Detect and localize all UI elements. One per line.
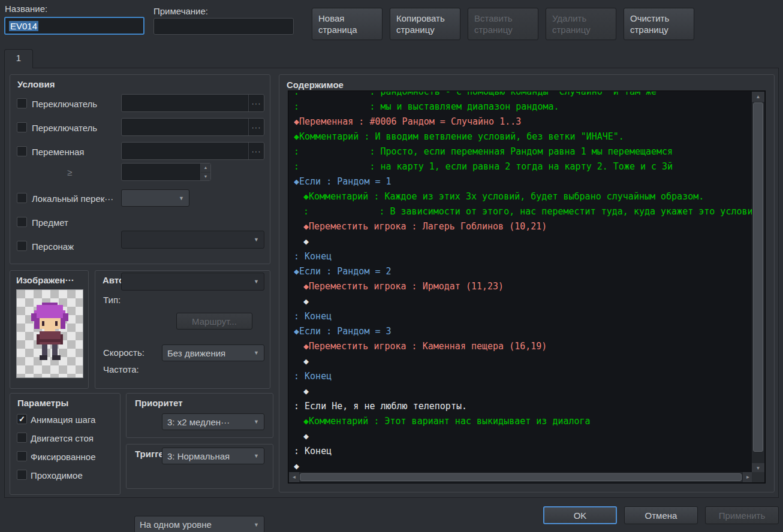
clear-page-button[interactable]: Очистить страницу	[624, 8, 694, 40]
event-command-line[interactable]: : Конец	[289, 249, 753, 264]
copy-page-label: Копировать страницу	[396, 13, 454, 35]
ok-label: OK	[574, 510, 587, 521]
movement-freq-value: 3: Нормальная	[167, 451, 250, 461]
variable-label[interactable]: Переменная	[32, 147, 85, 157]
vertical-scrollbar-thumb[interactable]	[753, 102, 763, 452]
event-command-line[interactable]: ◆Переменная : #0006 Рандом = Случайно 1.…	[289, 114, 753, 129]
horizontal-scrollbar[interactable]: ◄ ►	[289, 472, 753, 482]
name-input[interactable]: EV014	[4, 17, 144, 35]
event-command-list-frame: : : рандомность - с помощью команды "Слу…	[288, 90, 766, 483]
priority-dropdown[interactable]: На одном уровне ▼	[134, 516, 264, 532]
dropdown-arrow-icon: ▼	[179, 195, 184, 201]
page-tab-1[interactable]: 1	[4, 49, 33, 68]
item-dropdown[interactable]: ▼	[121, 231, 264, 249]
event-command-line[interactable]: : Конец	[289, 309, 753, 324]
event-command-line[interactable]: ◆	[289, 234, 753, 249]
switch2-label[interactable]: Переключатель	[32, 123, 97, 133]
self-switch-checkbox[interactable]	[17, 193, 27, 203]
variable-browse-button[interactable]: ···	[248, 143, 264, 159]
movement-type-dropdown[interactable]: Без движения ▼	[162, 344, 264, 361]
cancel-button[interactable]: Отмена	[624, 506, 698, 524]
switch1-label[interactable]: Переключатель	[32, 99, 97, 109]
scrollbar-corner	[752, 472, 764, 482]
event-command-line[interactable]: : : В зависимости от этого, нас перемест…	[289, 204, 753, 219]
ellipsis-icon: ···	[252, 147, 261, 156]
movement-speed-label: Скорость:	[103, 347, 144, 358]
scroll-up-button[interactable]: ▲	[752, 92, 764, 102]
delete-page-label: Удалить страницу	[552, 13, 610, 35]
variable-field[interactable]: ···	[121, 142, 264, 160]
apply-label: Применить	[719, 510, 766, 521]
option-walking-anim-checkbox[interactable]: ✓	[17, 414, 27, 424]
event-command-line[interactable]: : : рандомность - с помощью команды "Слу…	[289, 92, 753, 99]
event-command-line[interactable]: : : на карту 1, если равна 2 тогда на ка…	[289, 159, 753, 174]
switch2-browse-button[interactable]: ···	[248, 119, 264, 135]
note-label: Примечание:	[153, 6, 208, 16]
actor-dropdown[interactable]: ▼	[121, 273, 264, 291]
event-command-line[interactable]: ◆Если : Рандом = 1	[289, 174, 753, 189]
option-stepping-checkbox[interactable]	[17, 433, 27, 443]
spin-up-icon[interactable]: ▲	[201, 164, 210, 173]
spin-down-icon[interactable]: ▼	[201, 173, 210, 181]
option-fixed-label[interactable]: Фиксированное	[31, 452, 95, 462]
event-command-line[interactable]: ◆	[289, 384, 753, 399]
movement-speed-dropdown[interactable]: 3: x2 медлен··· ▼	[162, 413, 264, 430]
paste-page-button: Вставить страницу	[468, 8, 538, 40]
option-fixed-checkbox[interactable]	[17, 451, 27, 461]
event-command-line[interactable]: ◆	[289, 459, 753, 473]
self-switch-dropdown[interactable]: ▼	[121, 189, 189, 207]
scroll-left-button[interactable]: ◄	[289, 472, 299, 482]
event-command-line[interactable]: : Конец	[289, 444, 753, 459]
movement-freq-dropdown[interactable]: 3: Нормальная ▼	[162, 448, 264, 464]
note-input[interactable]	[153, 18, 294, 35]
event-command-line[interactable]: : Конец	[289, 369, 753, 384]
variable-checkbox[interactable]	[17, 146, 27, 156]
event-command-line[interactable]: : Если Не, я не люблю телепорты.	[289, 399, 753, 414]
event-command-line[interactable]: ◆	[289, 354, 753, 369]
item-checkbox[interactable]	[17, 217, 27, 227]
event-command-line[interactable]: ◆	[289, 294, 753, 309]
option-walking-anim-label[interactable]: Анимация шага	[31, 415, 95, 425]
copy-page-button[interactable]: Копировать страницу	[390, 8, 460, 40]
event-command-line[interactable]: ◆Если : Рандом = 2	[289, 264, 753, 279]
option-through-checkbox[interactable]	[17, 470, 27, 480]
event-command-line[interactable]: ◆Комментарий : И вводим ветвление услови…	[289, 129, 753, 144]
checkmark-icon: ✓	[19, 415, 25, 424]
variable-amount-spinner[interactable]: ▲ ▼	[121, 163, 211, 181]
event-command-line[interactable]: ◆Переместить игрока : Ирмодат (11,23)	[289, 279, 753, 294]
switch2-field[interactable]: ···	[121, 118, 264, 136]
new-page-button[interactable]: Новая страница	[312, 8, 383, 40]
image-title: Изображен···	[16, 275, 74, 285]
event-command-line[interactable]: ◆Переместить игрока : Лагерь Гоблинов (1…	[289, 219, 753, 234]
event-image-box[interactable]	[16, 289, 83, 378]
switch1-checkbox[interactable]	[17, 98, 27, 108]
actor-label[interactable]: Персонаж	[32, 241, 74, 252]
movement-speed-value: 3: x2 медлен···	[167, 417, 250, 427]
switch1-field[interactable]: ···	[121, 94, 264, 112]
contents-title: Содержимое	[287, 80, 344, 90]
self-switch-label[interactable]: Локальный перек···	[32, 194, 113, 204]
page-tab-label: 1	[16, 53, 21, 63]
priority-title: Приоритет	[135, 398, 183, 408]
event-command-line[interactable]: ◆Переместить игрока : Каменная пещера (1…	[289, 339, 753, 354]
switch1-browse-button[interactable]: ···	[248, 95, 264, 111]
actor-checkbox[interactable]	[17, 241, 27, 251]
event-command-line[interactable]: ◆Если : Рандом = 3	[289, 324, 753, 339]
scroll-left-icon: ◄	[292, 474, 297, 480]
event-command-list: : : рандомность - с помощью команды "Слу…	[289, 92, 753, 473]
option-stepping-label[interactable]: Двигается стоя	[31, 433, 94, 443]
item-label[interactable]: Предмет	[32, 217, 68, 228]
vertical-scrollbar[interactable]: ▲ ▼	[752, 92, 764, 473]
option-through-label[interactable]: Проходимое	[31, 470, 83, 480]
scroll-down-icon: ▼	[756, 466, 761, 471]
event-command-line[interactable]: : : Просто, если переменная Рандом равна…	[289, 144, 753, 159]
horizontal-scrollbar-thumb[interactable]	[300, 473, 742, 481]
cancel-label: Отмена	[645, 510, 677, 521]
ok-button[interactable]: OK	[543, 506, 617, 524]
switch2-checkbox[interactable]	[17, 122, 27, 132]
event-command-line[interactable]: ◆	[289, 429, 753, 444]
conditions-title: Условия	[17, 79, 55, 89]
event-command-line[interactable]: ◆Комментарий : Этот вариант нас выкидыва…	[289, 414, 753, 429]
event-command-line[interactable]: : : мы и выставляем диапазон рандома.	[289, 99, 753, 114]
event-command-line[interactable]: ◆Комментарий : Каждое из этих 3х условий…	[289, 189, 753, 204]
